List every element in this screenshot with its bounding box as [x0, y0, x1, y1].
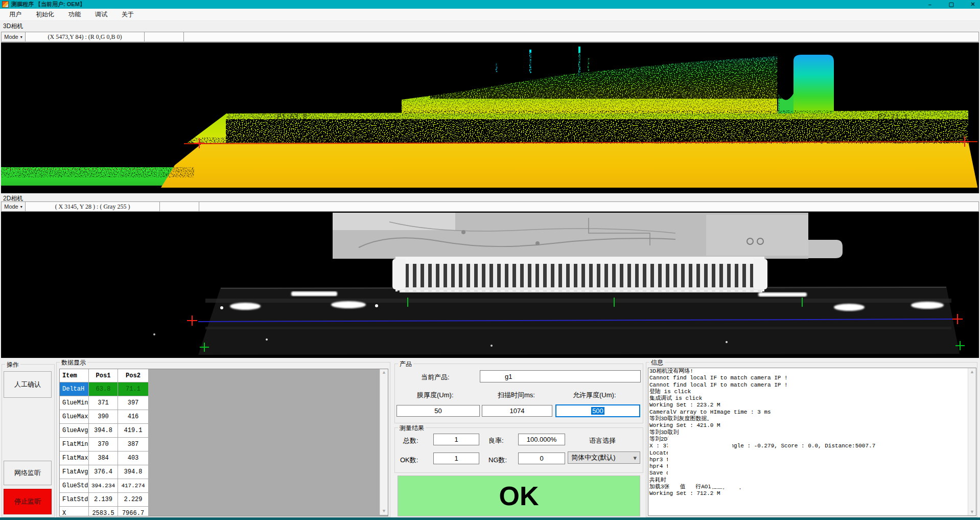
table-row[interactable]: FlatAvg	[60, 465, 89, 479]
table-scrollbar[interactable]: ▲ ▼	[380, 369, 388, 515]
ok-count-input[interactable]: 1	[433, 453, 479, 464]
log-line: 等到3D取到灰度图数据。	[648, 416, 976, 422]
camera2d-viewport[interactable]	[1, 212, 979, 358]
results-group: 测量结果 总数: 1 良率: 100.000% 语言选择 OK数: 1 NG数:…	[394, 427, 643, 473]
menu-function[interactable]: 功能	[63, 9, 86, 20]
table-row[interactable]: GlueAvg	[60, 424, 89, 438]
film-thickness-label: 膜厚度(Um):	[417, 391, 454, 400]
p2-label: P2:71.1	[878, 113, 908, 121]
scan-time-input[interactable]: 1074	[482, 405, 552, 417]
info-title: 信息	[649, 358, 665, 367]
menu-init[interactable]: 初始化	[31, 9, 59, 20]
window-border-bottom	[0, 517, 980, 520]
stop-listen-button[interactable]: 停止监听	[4, 489, 52, 514]
log-line: Working Set : 223.2 M	[648, 402, 976, 409]
scroll-up-icon[interactable]: ▲	[380, 370, 388, 375]
log-line: 3D相机没有网络!	[648, 368, 976, 375]
col-header-item: Item	[60, 369, 89, 382]
chevron-down-icon: ▾	[633, 454, 637, 462]
camera3d-status-cell3	[184, 32, 978, 41]
yield-input[interactable]: 100.000%	[518, 434, 565, 445]
grayscale-render	[1, 212, 979, 358]
close-icon[interactable]: ✕	[969, 1, 977, 8]
scroll-down-icon[interactable]: ▼	[968, 509, 976, 514]
point-cloud-render	[1, 42, 979, 193]
yield-label: 良率:	[488, 436, 504, 445]
camera3d-viewport[interactable]: P1:63.8 P2:71.1	[1, 42, 979, 193]
table-row[interactable]: FlatStd	[60, 493, 89, 507]
total-label: 总数:	[403, 436, 418, 445]
camera3d-mode-button[interactable]: Mode ▾	[2, 32, 26, 41]
data-display-group: 数据显示 Item Pos1 Pos2 DeltaH 63.8 71.1 Glu…	[56, 362, 390, 517]
col-header-pos2: Pos2	[118, 369, 149, 382]
menu-debug[interactable]: 调试	[90, 9, 112, 20]
operations-group: 操作 人工确认 网络监听 停止监听	[2, 364, 55, 517]
info-log[interactable]: 3D相机没有网络! Cannot find local IF to match …	[648, 368, 976, 516]
result-status-panel: OK	[398, 476, 640, 516]
camera3d-mode-bar: Mode ▾ (X 5473,Y 84) : (R 0,G 0,B 0)	[1, 32, 979, 42]
camera3d-label: 3D相机	[3, 22, 23, 31]
camera2d-status-cell2	[160, 202, 199, 211]
log-line: Cannot find local IF to match camera IP …	[648, 382, 976, 389]
log-line: Cannot find local IF to match camera IP …	[648, 375, 976, 381]
product-group: 产品 当前产品: g1 膜厚度(Um): 扫描时间ms: 允许厚度(Um): 5…	[394, 364, 643, 423]
log-line: CameralV array to HImage time : 3 ms	[648, 409, 976, 416]
menu-user[interactable]: 用户	[4, 9, 27, 20]
p2-marker: P2:71.1	[878, 113, 908, 121]
redaction-blob	[710, 482, 863, 488]
scroll-down-icon[interactable]: ▼	[380, 509, 388, 514]
results-title: 测量结果	[398, 424, 426, 433]
language-select[interactable]: 简体中文(默认) ▾	[568, 451, 640, 464]
ok-count-label: OK数:	[400, 456, 418, 465]
title-bar: 测膜程序 【当前用户: OEM】 – ▢ ✕	[0, 0, 980, 9]
ng-count-input[interactable]: 0	[518, 453, 565, 464]
table-row[interactable]: X	[60, 507, 89, 516]
camera2d-pixel-status: ( X 3145, Y 28 ) : ( Gray 255 )	[26, 202, 160, 211]
menu-about[interactable]: 关于	[116, 9, 139, 20]
manual-confirm-button[interactable]: 人工确认	[4, 371, 52, 398]
camera2d-mode-bar: Mode ▾ ( X 3145, Y 28 ) : ( Gray 255 )	[1, 201, 979, 212]
col-header-pos1: Pos1	[89, 369, 118, 382]
log-line: 登陆 is click	[648, 389, 976, 395]
table-row[interactable]: FlatMax	[60, 451, 89, 465]
menu-bar: 用户 初始化 功能 调试 关于	[0, 9, 980, 21]
redaction-blob	[668, 435, 732, 480]
log-line: Working Set : 712.2 M	[648, 490, 976, 497]
minimize-icon[interactable]: –	[926, 2, 934, 8]
log-line: 集成调试 is click	[648, 395, 976, 402]
language-label: 语言选择	[589, 436, 616, 445]
total-input[interactable]: 1	[433, 434, 479, 445]
maximize-icon[interactable]: ▢	[947, 1, 955, 8]
app-icon	[2, 1, 9, 8]
table-row[interactable]: FlatMin	[60, 438, 89, 451]
p1-marker: P1:63.8	[277, 113, 307, 121]
redaction-blob	[734, 468, 949, 481]
table-row[interactable]: GlueMin	[60, 396, 89, 410]
operations-title: 操作	[5, 360, 20, 369]
info-group: 信息 3D相机没有网络! Cannot find local IF to mat…	[646, 362, 977, 517]
scroll-up-icon[interactable]: ▲	[968, 369, 976, 374]
product-title: 产品	[398, 360, 413, 369]
table-row[interactable]: GlueStd	[60, 479, 89, 493]
network-listen-button[interactable]: 网络监听	[4, 461, 52, 485]
current-product-label: 当前产品:	[421, 373, 450, 382]
info-scrollbar[interactable]: ▲ ▼	[968, 368, 976, 515]
table-row[interactable]: DeltaH	[60, 382, 89, 396]
selected-text: 500	[591, 407, 604, 415]
allowed-thickness-input[interactable]: 500	[555, 404, 640, 417]
p1-label: P1:63.8	[277, 113, 307, 121]
log-line: Working Set : 421.0 M	[648, 422, 976, 429]
ng-count-label: NG数:	[488, 456, 507, 465]
window-title: 测膜程序 【当前用户: OEM】	[11, 1, 85, 8]
camera3d-status-cell2	[145, 32, 184, 41]
current-product-input[interactable]: g1	[480, 370, 641, 382]
camera2d-mode-button[interactable]: Mode ▾	[2, 202, 26, 211]
table-row[interactable]: GlueMax	[60, 410, 89, 424]
application-window: 测膜程序 【当前用户: OEM】 – ▢ ✕ 用户 初始化 功能 调试 关于 3…	[0, 0, 980, 520]
camera2d-status-cell3	[199, 202, 978, 211]
scan-time-label: 扫描时间ms:	[498, 391, 535, 400]
film-thickness-input[interactable]: 50	[396, 405, 480, 417]
chevron-down-icon: ▾	[20, 35, 22, 39]
allowed-thickness-label: 允许厚度(Um):	[573, 391, 616, 400]
measurement-table[interactable]: Item Pos1 Pos2 DeltaH 63.8 71.1 GlueMin …	[59, 369, 388, 516]
